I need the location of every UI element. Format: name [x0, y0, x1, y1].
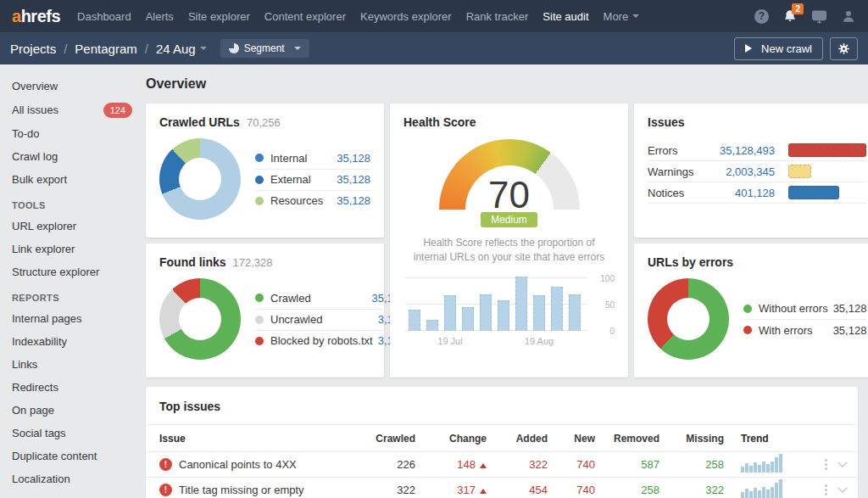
spark-bar: [745, 463, 748, 473]
legend-item-uncrawled[interactable]: Uncrawled3,128: [255, 309, 405, 330]
column-3: Issues Errors35,128,493Warnings2,003,345…: [634, 104, 868, 378]
legend-item-crawled[interactable]: Crawled35,128: [255, 288, 405, 309]
nav-item-site-explorer[interactable]: Site explorer: [188, 10, 250, 23]
nav-item-rank-tracker[interactable]: Rank tracker: [466, 10, 529, 23]
sidebar-item-redirects[interactable]: Redirects: [12, 379, 132, 396]
trend-bar[interactable]: [480, 294, 492, 330]
chevron-down-icon[interactable]: [837, 483, 847, 492]
sidebar-item-overview[interactable]: Overview: [12, 78, 132, 95]
trend-sparkline[interactable]: [741, 454, 782, 473]
trend-bar[interactable]: [462, 307, 474, 330]
trend-sparkline[interactable]: [741, 479, 782, 498]
issue-type-label: Warnings: [648, 165, 700, 178]
nav-item-dashboard[interactable]: Dashboard: [77, 10, 131, 23]
sidebar-item-duplicate-content[interactable]: Duplicate content: [12, 448, 132, 465]
trend-bar[interactable]: [551, 287, 563, 330]
legend-item-resources[interactable]: Resources35,128: [255, 190, 370, 211]
issue-name-link[interactable]: !Canonical points to 4XX: [159, 458, 361, 471]
change-up-icon: [480, 460, 487, 468]
sidebar-item-label: Redirects: [12, 381, 58, 394]
settings-button[interactable]: [830, 37, 858, 60]
legend-item-with-errors[interactable]: With errors35,128: [743, 319, 866, 340]
issue-count-link[interactable]: 401,128: [700, 187, 775, 199]
sidebar-item-structure-explorer[interactable]: Structure explorer: [12, 264, 132, 281]
nav-item-keywords-explorer[interactable]: Keywords explorer: [360, 10, 452, 23]
issue-bar[interactable]: [788, 186, 839, 199]
cell-change[interactable]: 148: [415, 458, 487, 471]
sidebar-item-on-page[interactable]: On page: [12, 402, 132, 419]
issue-name-link[interactable]: !Title tag missing or empty: [159, 484, 361, 496]
nav-item-label: Site audit: [542, 10, 588, 23]
ahrefs-logo[interactable]: ahrefs: [12, 7, 60, 26]
user-icon[interactable]: [841, 8, 856, 24]
urls-by-errors-donut-chart[interactable]: [648, 278, 729, 360]
legend-item-internal[interactable]: Internal35,128: [255, 148, 370, 169]
breadcrumb-projects[interactable]: Projects: [10, 42, 56, 56]
sidebar-section-tools: TOOLS: [12, 200, 142, 210]
feedback-icon[interactable]: [811, 9, 827, 24]
nav-item-content-explorer[interactable]: Content explorer: [264, 10, 346, 23]
sidebar-item-performance[interactable]: Performance: [12, 494, 132, 498]
issue-count-link[interactable]: 35,128,493: [700, 144, 775, 157]
sidebar-item-link-explorer[interactable]: Link explorer: [12, 241, 132, 258]
nav-item-site-audit[interactable]: Site audit: [542, 10, 588, 23]
crawled-urls-donut-chart[interactable]: [159, 138, 241, 220]
trend-bar[interactable]: [515, 277, 527, 330]
legend-value[interactable]: 35,128: [331, 194, 370, 207]
logo-accent: a: [12, 7, 21, 25]
sidebar-item-internal-pages[interactable]: Internal pages: [12, 311, 132, 327]
sidebar-item-crawl-log[interactable]: Crawl log: [12, 148, 132, 165]
sidebar-item-all-issues[interactable]: All issues124: [12, 101, 132, 120]
legend-value[interactable]: 35,128: [331, 152, 370, 165]
trend-bar[interactable]: [569, 294, 581, 330]
found-links-donut-chart[interactable]: [159, 278, 241, 360]
issue-bar[interactable]: [788, 143, 866, 157]
legend-dot: [255, 316, 264, 324]
issue-bar[interactable]: [788, 165, 811, 178]
sidebar-item-indexability[interactable]: Indexability: [12, 333, 132, 350]
spark-bar: [779, 454, 782, 473]
trend-bar[interactable]: [426, 320, 438, 330]
spark-bar: [775, 483, 778, 498]
legend-item-blocked-by-robots-txt[interactable]: Blocked by robots.txt3,128: [255, 330, 405, 351]
segment-button[interactable]: Segment: [220, 39, 309, 58]
gear-icon: [837, 42, 850, 55]
kebab-menu-icon[interactable]: [825, 459, 827, 470]
trend-bar[interactable]: [498, 300, 509, 331]
sidebar-item-localization[interactable]: Localization: [12, 471, 132, 488]
breadcrumb-24-aug[interactable]: 24 Aug: [156, 42, 207, 56]
nav-item-label: Dashboard: [77, 10, 131, 23]
kebab-menu-icon[interactable]: [825, 484, 827, 495]
health-score-card: Health Score 70 Medium Health Score refl…: [390, 104, 628, 378]
trend-gridline: [405, 277, 587, 278]
health-rating-badge[interactable]: Medium: [481, 212, 537, 227]
crawled-urls-legend: Internal35,128External35,128Resources35,…: [255, 148, 370, 211]
issue-count-link[interactable]: 2,003,345: [700, 165, 775, 178]
sidebar-item-url-explorer[interactable]: URL explorer: [12, 218, 132, 235]
chevron-down-icon[interactable]: [837, 457, 847, 467]
sidebar-item-social-tags[interactable]: Social tags: [12, 425, 132, 442]
cell-change[interactable]: 317: [415, 484, 487, 496]
help-icon[interactable]: ?: [754, 9, 769, 24]
breadcrumb-pentagram[interactable]: Pentagram: [75, 42, 136, 56]
legend-dot: [255, 337, 264, 345]
sidebar-item-links[interactable]: Links: [12, 356, 132, 373]
nav-item-alerts[interactable]: Alerts: [146, 10, 174, 23]
bell-icon[interactable]: 2: [782, 8, 798, 24]
sidebar-item-to-do[interactable]: To-do: [12, 126, 132, 143]
sidebar-item-bulk-export[interactable]: Bulk export: [12, 171, 132, 188]
legend-value[interactable]: 35,128: [331, 173, 370, 186]
legend-item-external[interactable]: External35,128: [255, 169, 370, 190]
trend-bar[interactable]: [409, 310, 420, 331]
trend-bar[interactable]: [533, 295, 545, 331]
segment-label: Segment: [244, 42, 285, 54]
new-crawl-button[interactable]: New crawl: [734, 37, 823, 60]
sidebar-item-label: Social tags: [12, 427, 66, 440]
legend-label: Internal: [270, 152, 307, 165]
nav-item-more[interactable]: More: [604, 10, 640, 23]
row-actions: [805, 484, 846, 495]
legend-item-without-errors[interactable]: Without errors35,128: [743, 298, 866, 319]
trend-bar[interactable]: [444, 295, 456, 331]
spark-bar: [758, 490, 761, 498]
legend-dot: [743, 305, 752, 313]
